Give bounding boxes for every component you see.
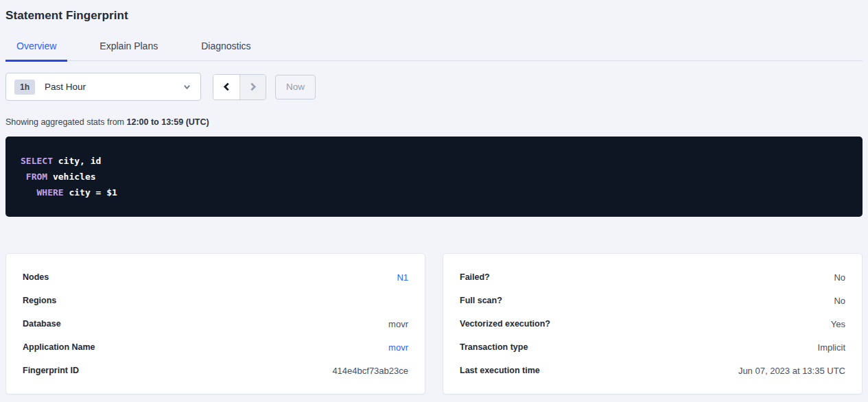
tab-overview[interactable]: Overview <box>5 38 67 62</box>
statement-fingerprint-page: Statement Fingerprint Overview Explain P… <box>0 8 868 394</box>
statement-details-card: Nodes N1 Regions Database movr Applicati… <box>5 253 425 394</box>
database-value: movr <box>388 319 408 329</box>
interval-badge: 1h <box>14 80 35 95</box>
nodes-link[interactable]: N1 <box>397 272 408 283</box>
detail-label: Vectorized execution? <box>460 319 550 329</box>
details-cards: Nodes N1 Regions Database movr Applicati… <box>5 253 863 394</box>
last-execution-time-value: Jun 07, 2023 at 13:35 UTC <box>738 366 845 376</box>
detail-label: Failed? <box>460 272 490 282</box>
time-range-label: Past Hour <box>45 82 183 92</box>
sql-line: WHERE city = $1 <box>21 185 847 200</box>
tab-diagnostics[interactable]: Diagnostics <box>190 38 261 62</box>
detail-label: Nodes <box>23 272 49 282</box>
transaction-type-value: Implicit <box>818 342 845 353</box>
sql-line: SELECT city, id <box>21 153 847 169</box>
detail-label: Fingerprint ID <box>23 366 79 375</box>
tab-bar: Overview Explain Plans Diagnostics <box>5 38 863 61</box>
page-title: Statement Fingerprint <box>5 8 863 24</box>
detail-row-failed: Failed? No <box>460 265 845 289</box>
detail-row-full-scan: Full scan? No <box>460 289 845 312</box>
chevron-right-icon <box>248 82 257 91</box>
detail-label: Last execution time <box>460 366 540 375</box>
sql-keyword: FROM <box>26 172 47 182</box>
execution-attributes-card: Failed? No Full scan? No Vectorized exec… <box>443 253 863 394</box>
now-button[interactable]: Now <box>275 75 316 99</box>
time-range-dropdown[interactable]: 1h Past Hour <box>5 73 201 101</box>
vectorized-value: Yes <box>831 319 845 329</box>
detail-row-vectorized: Vectorized execution? Yes <box>460 312 845 335</box>
detail-label: Full scan? <box>460 296 502 305</box>
detail-row-transaction-type: Transaction type Implicit <box>460 335 845 359</box>
detail-row-regions: Regions <box>23 289 408 312</box>
full-scan-value: No <box>834 296 845 306</box>
time-step-buttons <box>213 74 266 100</box>
sql-statement-box: SELECT city, id FROM vehicles WHERE city… <box>5 137 863 217</box>
chevron-down-icon <box>183 83 191 91</box>
detail-row-last-execution-time: Last execution time Jun 07, 2023 at 13:3… <box>460 359 845 382</box>
next-interval-button[interactable] <box>239 75 266 99</box>
chevron-left-icon <box>222 82 231 91</box>
sql-line: FROM vehicles <box>21 169 847 185</box>
detail-row-application-name: Application Name movr <box>23 335 408 359</box>
failed-value: No <box>834 272 845 283</box>
detail-label: Transaction type <box>460 342 528 352</box>
detail-label: Database <box>23 319 61 329</box>
aggregated-stats-caption: Showing aggregated stats from 12:00 to 1… <box>5 117 863 127</box>
stats-caption-range: 12:00 to 13:59 (UTC) <box>127 117 209 127</box>
previous-interval-button[interactable] <box>213 75 239 99</box>
detail-row-fingerprint-id: Fingerprint ID 414e4bcf73ab23ce <box>23 359 408 382</box>
detail-label: Regions <box>23 296 56 305</box>
sql-keyword: WHERE <box>36 187 63 198</box>
detail-label: Application Name <box>23 342 95 352</box>
sql-keyword: SELECT <box>21 156 53 166</box>
application-name-link[interactable]: movr <box>388 342 408 353</box>
tab-explain-plans[interactable]: Explain Plans <box>89 38 169 62</box>
time-toolbar: 1h Past Hour Now <box>5 73 863 101</box>
detail-row-database: Database movr <box>23 312 408 335</box>
stats-caption-prefix: Showing aggregated stats from <box>5 117 127 127</box>
detail-row-nodes: Nodes N1 <box>23 265 408 289</box>
fingerprint-id-value: 414e4bcf73ab23ce <box>332 366 408 376</box>
